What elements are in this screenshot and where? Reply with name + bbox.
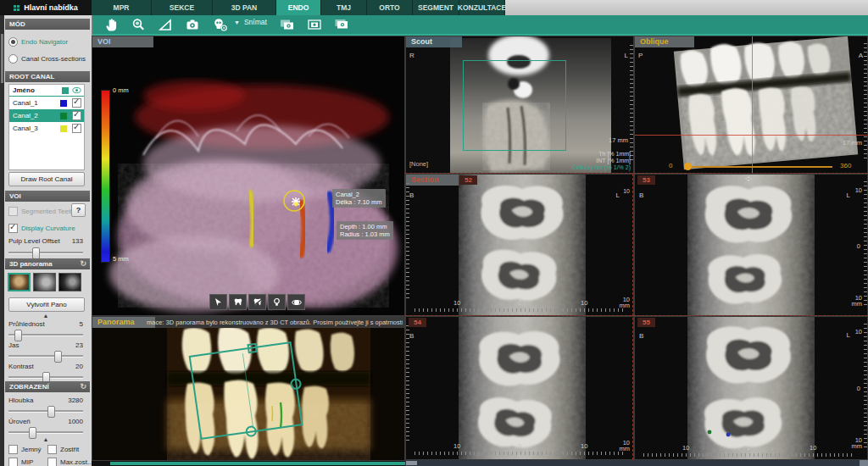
filter-jemny[interactable]: Jemný [8,445,42,454]
mode-endo-navigator[interactable]: Endo Navigator [8,37,68,47]
panorama-roi-box[interactable] [189,341,303,440]
canal-3-visible-checkbox[interactable] [72,124,81,133]
display-curvature-checkbox[interactable] [8,224,18,233]
canal-row-2-selected[interactable]: Canal_2 [9,109,84,122]
tab-endo[interactable]: ENDO [276,0,321,15]
view-toolbar: ▼ Snímat [92,15,868,36]
display-curvature-option[interactable]: Display Curvature [8,224,75,233]
section-55-viewport[interactable]: 55 B L 10 0 10mm 10 0 10 [634,316,868,460]
canal-1-color-swatch[interactable] [60,100,67,107]
tooth-clip-tool-button[interactable] [248,294,266,310]
panorama-scrollbar-thumb[interactable] [110,462,405,465]
tooth-icon [233,297,243,307]
oblique-viewport[interactable]: Oblique P A 17 mm 0 360 [634,36,868,174]
roi-top-handle[interactable] [248,343,258,353]
scout-roi-box[interactable] [463,60,566,151]
canal-2-visible-checkbox[interactable] [72,111,81,120]
section-55-render[interactable] [635,317,867,459]
collapse-arrow-top[interactable]: ▲ [43,313,49,319]
tab-3d-pan[interactable]: 3D PAN [213,0,276,15]
section-52-render[interactable] [406,175,633,315]
canal-3-color-swatch[interactable] [60,125,67,132]
light-tool-button[interactable] [268,294,286,310]
depth-slider[interactable] [8,406,83,416]
sections-scrollbar[interactable] [405,460,868,466]
panorama-viewport[interactable]: Panorama mace: 3D panorama bylo rekonstr… [92,316,405,461]
radio-endo-navigator[interactable] [8,37,18,47]
draw-root-canal-button[interactable]: Draw Root Canal [8,172,85,186]
main-menu-button[interactable]: Hlavní nabídka [0,0,92,15]
level-slider-thumb[interactable] [29,427,36,439]
transparency-row: Průhlednost 5 [8,320,83,328]
create-pano-button[interactable]: Vytvořit Pano [8,297,85,312]
canal-row-1[interactable]: Canal_1 [9,97,84,109]
pano3d-refresh-icon[interactable]: ↻ [80,258,86,269]
zoom-tool-button[interactable] [127,16,149,33]
pano-preset-front-thumbnail[interactable] [8,273,31,291]
oblique-axial-reference-line[interactable] [635,135,867,136]
section-54-viewport[interactable]: 54 B 10 0 10 10mm [405,316,634,460]
oblique-vertical-reference-line[interactable] [752,36,753,173]
tab-mpr[interactable]: MPR [92,0,152,15]
capture-active-view-button[interactable] [303,16,326,33]
capture-series-button[interactable] [331,16,353,33]
pano-preset-dark-thumbnail[interactable] [58,273,81,291]
jemny-checkbox[interactable] [8,445,18,454]
section-52-viewport[interactable]: Section 52 B L 10 10 0 10 10mm [405,174,634,316]
tab-konzultace[interactable]: KONZULTACE [459,0,505,15]
scout-viewport[interactable]: Scout R L 17 mm [None] Th [% 1mm] INT [%… [405,36,634,174]
pulp-level-offset-slider[interactable] [8,247,83,258]
tab-segment[interactable]: SEGMENT [413,0,459,15]
snapshot-tool-button[interactable] [181,16,203,33]
measure-tool-button[interactable] [154,16,176,33]
pano-preset-side-thumbnail[interactable] [33,273,56,291]
panorama-scrollbar[interactable] [92,461,405,466]
sections-scrollbar-button[interactable] [860,460,868,466]
transparency-slider[interactable] [8,330,83,340]
pan-tool-button[interactable] [100,16,122,33]
pointer-tool-button[interactable] [209,294,227,310]
zobrazeni-refresh-icon[interactable]: ↻ [80,381,86,392]
max-zostrit-checkbox[interactable] [47,458,57,466]
oblique-render[interactable] [635,36,867,173]
canal-cross-sections-label: Canal Cross-sections [21,55,86,63]
tab-sekce[interactable]: SEKCE [152,0,213,15]
tooth-tool-button[interactable] [229,294,247,310]
help-button[interactable]: ? [71,203,86,217]
pulp-slider-thumb[interactable] [32,247,40,259]
canal-row-3[interactable]: Canal_3 [9,122,84,135]
brightness-slider-thumb[interactable] [54,351,62,363]
section-53-render[interactable] [635,175,867,315]
sidebar-scrollbar[interactable] [0,15,4,466]
capture-all-views-button[interactable] [276,16,298,33]
zostrit-checkbox[interactable] [47,445,57,454]
filter-max-zostrit[interactable]: Max.zost... [47,458,93,466]
radio-canal-cross-sections[interactable] [8,54,18,64]
section-53-viewport[interactable]: 53 B L 10 0 10mm [634,174,868,316]
tab-tmj[interactable]: TMJ [321,0,367,15]
filter-mip[interactable]: MIP [8,458,33,466]
mode-canal-cross-sections[interactable]: Canal Cross-sections [8,54,86,64]
depth-slider-thumb[interactable] [47,406,55,418]
voi-3d-render[interactable] [92,36,404,315]
sidebar-scrollbar-thumb[interactable] [1,34,3,83]
filter-zostrit[interactable]: Zostřit [47,445,79,454]
voi-3d-viewport[interactable]: VOI 0 mm 5 mm Canal_2Délka : 7.10 mm Dep… [92,36,405,316]
volume-capture-button[interactable] [209,16,231,33]
segmented-teeth-checkbox[interactable] [8,207,18,216]
rotate-3d-tool-button[interactable] [287,294,305,310]
sections-scrollbar-thumb[interactable] [406,461,417,465]
oblique-rotation-slider[interactable] [679,162,836,172]
chevron-down-icon: ▼ [234,19,240,25]
brightness-slider[interactable] [8,351,83,361]
canal-1-visible-checkbox[interactable] [72,98,81,108]
section-54-render[interactable] [406,317,633,459]
tab-orto[interactable]: ORTO [367,0,413,15]
oblique-rotation-slider-thumb[interactable] [684,163,692,170]
canal-2-color-swatch[interactable] [60,113,67,119]
capture-dropdown[interactable]: ▼ Snímat [234,18,267,26]
segmented-teeth-option[interactable]: Segmented Teeth [8,207,75,216]
mip-checkbox[interactable] [8,458,18,466]
transparency-slider-thumb[interactable] [14,330,22,341]
collapse-arrow-bottom[interactable]: ▲ [43,436,49,442]
